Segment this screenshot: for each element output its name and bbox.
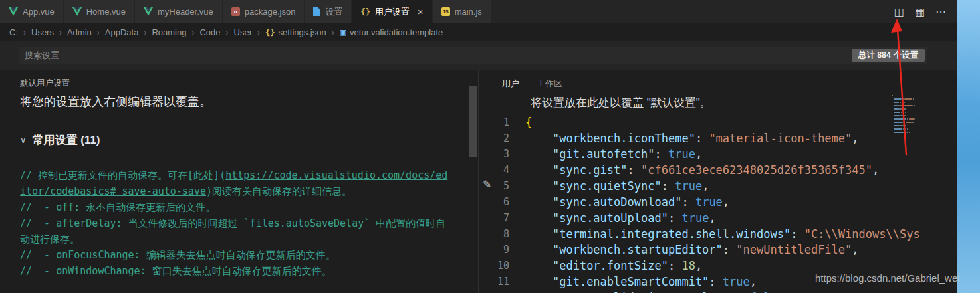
token-bool: true [695,194,723,210]
token-key: "workbench.iconTheme" [552,130,695,146]
comment-text: // - onWindowChange: 窗口失去焦点时自动保存更新后的文件。 [20,265,332,277]
tab-package.json[interactable]: npackage.json [223,0,305,23]
token-str: "newUntitledFile" [736,242,852,258]
vue-icon [72,7,82,16]
token-bool: true [723,274,750,290]
breadcrumb-separator: › [97,28,100,37]
code-line[interactable]: 6 "sync.autoDownload": true, [479,194,934,210]
comment-text: // 控制已更新文件的自动保存。可在[此处]( [20,169,225,181]
breadcrumb-item[interactable]: Users [31,27,54,37]
breadcrumb-item[interactable]: Code [199,27,220,37]
token-key: "sync.quietSync" [552,178,662,194]
code-line[interactable]: 2 "workbench.iconTheme": "material-icon-… [479,130,934,146]
split-editor-icon[interactable]: ◫ [894,5,904,18]
comment-text: // - off: 永不自动保存更新后的文件。 [20,201,215,213]
token-brace: { [525,114,532,130]
token-key: "git.autofetch" [552,146,655,162]
breadcrumb-separator: › [257,28,260,37]
breadcrumb-separator: › [144,28,146,37]
token-pln: : [695,130,709,146]
chevron-down-icon: ∨ [20,135,27,145]
minimap-line [892,102,933,103]
minimap-line [892,132,933,133]
token-key: "vetur.validation.template" [552,290,736,293]
watermark: https://blog.csdn.net/Gabriel_wei [815,272,960,284]
code-line[interactable]: 8 "terminal.integrated.shell.windows": "… [479,226,934,242]
token-pln [525,162,552,178]
comment-line: // - off: 永不自动保存更新后的文件。 [20,199,451,215]
code-line[interactable]: 7 "sync.autoUpload": true, [479,210,934,226]
tab-App.vue[interactable]: App.vue [0,0,64,23]
section-commonly-used[interactable]: ∨ 常用设置 (11) [20,132,469,147]
default-settings-pane[interactable]: 默认用户设置 将您的设置放入右侧编辑器以覆盖。 ∨ 常用设置 (11) // 控… [0,70,469,293]
token-pln: , [702,178,709,194]
line-number: 1 [479,114,525,130]
breadcrumb-label: vetur.validation.template [350,27,443,37]
breadcrumb-item[interactable]: {}settings.json [265,27,326,37]
tab-myHeader.vue[interactable]: myHeader.vue [135,0,223,23]
token-str: "C:\\Windows\\Sys [804,226,920,242]
code-line[interactable]: 5 "sync.quietSync": true, [479,178,934,194]
code-line[interactable]: 10 "editor.fontSize": 18, [479,258,934,274]
settings-json-editor[interactable]: 1{2 "workbench.iconTheme": "material-ico… [479,114,934,293]
minimap-line [892,95,933,96]
minimap-line [892,98,933,100]
token-num: 18 [681,258,695,274]
breadcrumb-label: settings.json [278,27,326,37]
vue-icon [9,7,18,16]
tab-label: App.vue [23,7,55,17]
editor-tabs: App.vueHome.vuemyHeader.vuenpackage.json… [0,0,491,23]
token-pln: , [784,290,791,293]
breadcrumb-item[interactable]: User [234,27,252,37]
default-settings-source: // 控制已更新文件的自动保存。可在[此处](https://code.visu… [20,167,451,279]
settings-scope-tabs: 用户工作区 [479,70,934,90]
token-pln: , [695,146,702,162]
breadcrumb-item[interactable]: C: [9,27,18,37]
tab-main.js[interactable]: JSmain.js [433,0,491,23]
code-line[interactable]: 4 "sync.gist": "cf661ce3ece62348025d26f3… [479,162,934,178]
breadcrumb-item[interactable]: Roaming [152,27,186,37]
token-pln: : [709,274,722,290]
file-icon [313,7,320,16]
breadcrumb-separator: › [59,28,62,37]
user-settings-pane[interactable]: 用户工作区 将设置放在此处以覆盖 "默认设置"。 ✎ 1{2 "workbenc… [479,70,934,293]
breadcrumb-item[interactable]: Admin [67,27,92,37]
token-pln: : [681,194,695,210]
token-pln: : [736,290,749,293]
code-line[interactable]: 1{ [479,114,934,130]
tab-label: 用户设置 [375,6,410,18]
token-key: "sync.autoUpload" [552,210,668,226]
line-number: 10 [479,258,525,274]
tab-用户设置[interactable]: {}用户设置× [352,0,432,23]
close-icon[interactable]: × [418,7,424,17]
more-actions-icon[interactable]: ⋯ [935,5,946,18]
code-line[interactable]: 12 "vetur.validation.template": false, [479,290,934,293]
tab-Home.vue[interactable]: Home.vue [64,0,135,23]
breadcrumb-item[interactable]: ▣vetur.validation.template [340,27,443,37]
comment-text: // - onFocusChange: 编辑器失去焦点时自动保存更新后的文件。 [20,249,336,261]
edit-setting-pencil-icon[interactable]: ✎ [483,178,491,191]
token-pln [525,194,552,210]
breadcrumb-separator: › [332,28,334,37]
tab-设置[interactable]: 设置 [305,0,352,23]
token-pln: : [791,226,804,242]
search-input-box[interactable]: 总计 884 个设置 [19,47,927,64]
line-number: 12 [479,290,525,293]
minimap[interactable] [892,95,933,135]
search-input[interactable] [19,47,711,64]
line-number: 4 [479,162,525,178]
token-pln: , [709,210,715,226]
editor-layout-icon[interactable]: ▦ [915,5,925,18]
scrollbar-thumb[interactable] [469,86,477,157]
editor-actions: ◫▦⋯ [894,0,957,23]
token-key: "sync.autoDownload" [552,194,681,210]
code-line[interactable]: 3 "git.autofetch": true, [479,146,934,162]
token-key: "workbench.startupEditor" [552,242,723,258]
tab-label: myHeader.vue [158,7,213,17]
comment-line: // - afterDelay: 当文件修改后的时间超过 `files.auto… [20,215,451,247]
scope-tab-用户[interactable]: 用户 [502,78,519,90]
breadcrumb-item[interactable]: AppData [105,27,139,37]
scope-tab-工作区[interactable]: 工作区 [537,78,562,90]
token-key: "sync.gist" [552,162,628,178]
code-line[interactable]: 9 "workbench.startupEditor": "newUntitle… [479,242,934,258]
